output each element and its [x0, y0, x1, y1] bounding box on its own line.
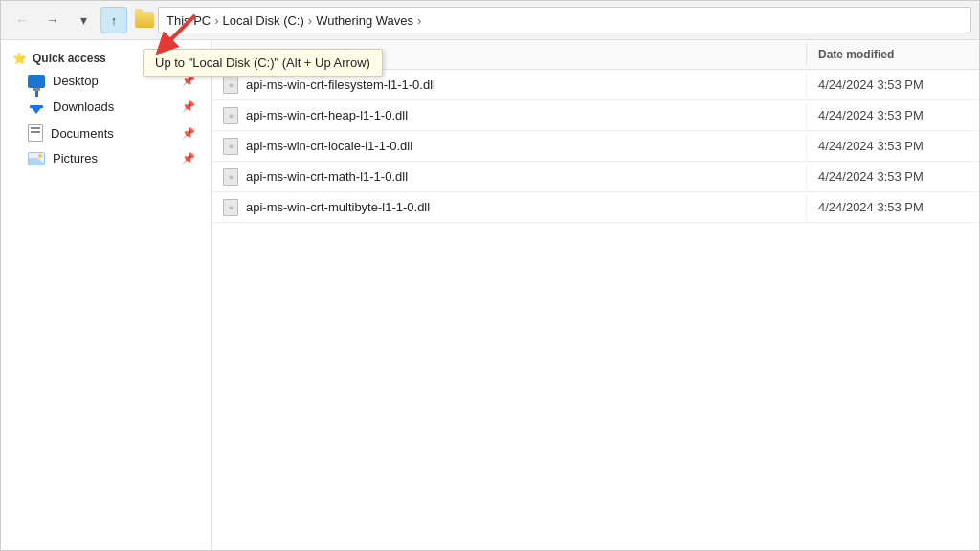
- breadcrumb-sep-2: ›: [308, 13, 312, 28]
- sidebar-desktop-label: Desktop: [53, 74, 99, 88]
- sidebar-downloads-label: Downloads: [53, 99, 114, 114]
- file-name-cell: ⚙ api-ms-win-crt-locale-l1-1-0.dll: [212, 134, 807, 159]
- pin-icon-downloads: 📌: [182, 100, 195, 113]
- sidebar-documents-label: Documents: [51, 126, 114, 141]
- pictures-icon: [28, 152, 45, 165]
- file-date: 4/24/2024 3:53 PM: [807, 104, 979, 126]
- dll-icon: ⚙: [223, 138, 238, 155]
- file-name: api-ms-win-crt-locale-l1-1-0.dll: [246, 139, 412, 153]
- file-name-cell: ⚙ api-ms-win-crt-heap-l1-1-0.dll: [212, 103, 807, 128]
- address-bar: ← → ▾ ↑ This PC › Local Disk (C:) › Wuth…: [1, 1, 979, 40]
- sidebar-item-documents[interactable]: Documents 📌: [1, 120, 211, 146]
- file-row[interactable]: ⚙ api-ms-win-crt-locale-l1-1-0.dll 4/24/…: [212, 131, 979, 162]
- file-name: api-ms-win-crt-multibyte-l1-1-0.dll: [246, 200, 430, 214]
- file-date: 4/24/2024 3:53 PM: [807, 196, 979, 218]
- back-button[interactable]: ←: [9, 7, 35, 33]
- file-name-cell: ⚙ api-ms-win-crt-math-l1-1-0.dll: [212, 165, 807, 189]
- file-list: Name Date modified ⚙ api-ms-win-crt-file…: [212, 40, 979, 550]
- sidebar: ⭐ Quick access Desktop 📌 Downloads 📌: [1, 40, 212, 550]
- sidebar-item-pictures[interactable]: Pictures 📌: [1, 146, 211, 170]
- file-date: 4/24/2024 3:53 PM: [807, 135, 979, 157]
- file-name: api-ms-win-crt-filesystem-l1-1-0.dll: [246, 77, 435, 92]
- breadcrumb-sep-3: ›: [417, 13, 421, 28]
- file-row[interactable]: ⚙ api-ms-win-crt-multibyte-l1-1-0.dll 4/…: [212, 192, 979, 223]
- chevron-up-icon: ∧: [159, 37, 168, 53]
- breadcrumb-localdisk[interactable]: Local Disk (C:): [223, 13, 304, 28]
- file-name: api-ms-win-crt-heap-l1-1-0.dll: [246, 108, 408, 122]
- folder-icon: [135, 12, 154, 28]
- file-name-cell: ⚙ api-ms-win-crt-multibyte-l1-1-0.dll: [212, 195, 807, 220]
- dll-icon: ⚙: [223, 107, 238, 124]
- dll-icon: ⚙: [223, 199, 238, 216]
- main-area: ⭐ Quick access Desktop 📌 Downloads 📌: [1, 40, 979, 550]
- pin-icon-documents: 📌: [182, 127, 195, 140]
- file-row[interactable]: ⚙ api-ms-win-crt-math-l1-1-0.dll 4/24/20…: [212, 162, 979, 192]
- file-name: api-ms-win-crt-math-l1-1-0.dll: [246, 169, 408, 184]
- dll-icon: ⚙: [223, 77, 238, 94]
- file-date: 4/24/2024 3:53 PM: [807, 165, 979, 187]
- downloads-icon: [28, 98, 45, 115]
- documents-icon: [28, 124, 43, 142]
- breadcrumb[interactable]: This PC › Local Disk (C:) › Wuthering Wa…: [158, 7, 971, 33]
- file-date: 4/24/2024 3:53 PM: [807, 74, 979, 96]
- sidebar-item-downloads[interactable]: Downloads 📌: [1, 93, 211, 120]
- breadcrumb-thispc[interactable]: This PC: [167, 13, 211, 28]
- recent-locations-button[interactable]: ▾: [70, 7, 97, 33]
- column-date-modified: Date modified: [807, 44, 979, 65]
- sidebar-pictures-label: Pictures: [53, 151, 98, 165]
- dll-icon: ⚙: [223, 168, 238, 186]
- pin-icon-pictures: 📌: [182, 152, 195, 165]
- file-row[interactable]: ⚙ api-ms-win-crt-heap-l1-1-0.dll 4/24/20…: [212, 100, 979, 131]
- breadcrumb-folder[interactable]: Wuthering Waves: [316, 13, 413, 28]
- breadcrumb-sep-1: ›: [214, 13, 218, 28]
- desktop-icon: [28, 75, 45, 88]
- tooltip: Up to "Local Disk (C:)" (Alt + Up Arrow): [143, 49, 383, 77]
- quick-access-label: Quick access: [33, 52, 106, 65]
- forward-button[interactable]: →: [39, 7, 66, 33]
- tooltip-text: Up to "Local Disk (C:)" (Alt + Up Arrow): [155, 55, 370, 70]
- star-icon: ⭐: [12, 52, 27, 65]
- up-button[interactable]: ↑: [100, 7, 127, 33]
